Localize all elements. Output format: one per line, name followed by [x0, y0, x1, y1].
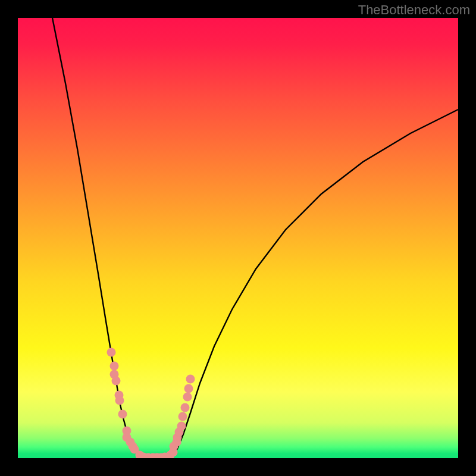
scatter-dot — [178, 412, 187, 421]
scatter-dot — [118, 410, 127, 419]
chart-frame: TheBottleneck.com — [0, 0, 476, 476]
scatter-dot — [107, 348, 116, 357]
scatter-dot — [110, 362, 119, 371]
overlay-svg — [18, 18, 458, 458]
scatter-dot — [181, 403, 190, 412]
scatter-dot — [112, 377, 121, 386]
watermark-text: TheBottleneck.com — [358, 2, 470, 18]
bottleneck-curve — [52, 18, 458, 458]
scatter-dot — [183, 393, 192, 402]
scatter-dot — [186, 375, 195, 384]
scatter-dot — [115, 396, 124, 405]
plot-area — [18, 18, 458, 458]
scatter-dot — [177, 422, 186, 431]
scatter-dot — [184, 384, 193, 393]
scatter-dots — [107, 348, 195, 459]
